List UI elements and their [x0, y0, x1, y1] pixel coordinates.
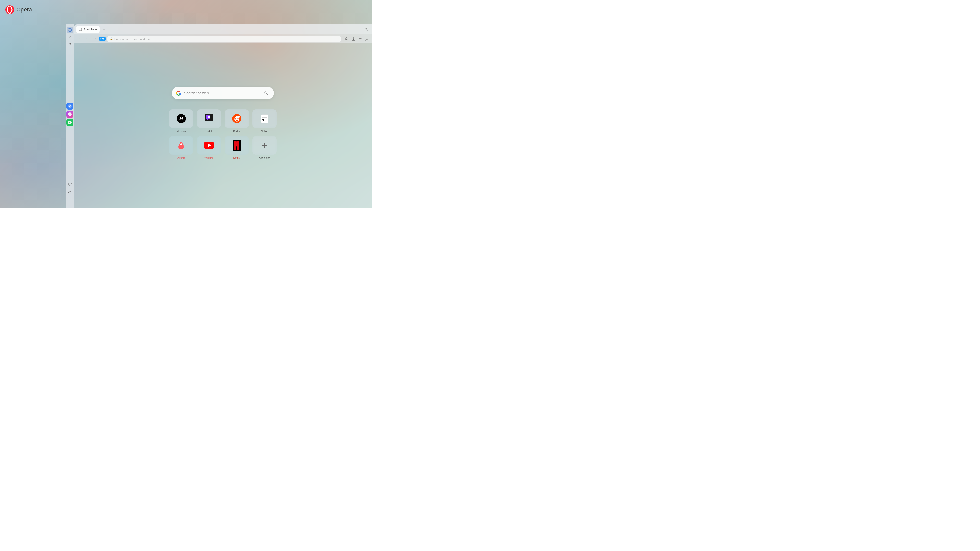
search-magnifier-icon — [264, 91, 268, 95]
svg-point-24 — [237, 119, 238, 119]
tab-favicon — [79, 27, 82, 31]
svg-text:M: M — [179, 116, 183, 121]
medium-icon-wrap: M — [169, 110, 193, 128]
vpn-badge[interactable]: VPN — [99, 37, 106, 41]
svg-rect-8 — [345, 38, 348, 40]
tab-label: Start Page — [84, 28, 97, 31]
nav-actions — [344, 36, 369, 42]
twitch-logo — [204, 113, 214, 124]
tab-bar: Start Page + — [74, 24, 372, 34]
page-content: Search the web M — [74, 43, 372, 208]
menu-icon — [358, 37, 362, 41]
svg-point-21 — [236, 116, 238, 117]
sidebar-heart-button[interactable] — [67, 181, 73, 188]
sidebar-pointer-button[interactable] — [67, 34, 73, 40]
address-text: Enter search or web address — [115, 38, 150, 41]
diamond-icon — [68, 43, 72, 46]
profile-icon — [365, 37, 369, 41]
youtube-logo — [204, 141, 215, 149]
sidebar-more-button[interactable]: ··· — [67, 197, 73, 204]
add-site-icon-wrap — [252, 136, 277, 155]
lock-icon: 🔒 — [110, 38, 113, 40]
opera-logo: Opera — [5, 5, 32, 14]
add-icon — [261, 142, 268, 149]
svg-rect-6 — [79, 28, 82, 30]
netflix-label: Netflix — [233, 157, 240, 159]
profile-button[interactable] — [364, 36, 369, 42]
address-bar[interactable]: 🔒 Enter search or web address — [107, 36, 342, 42]
pointer-icon — [68, 35, 72, 39]
refresh-button[interactable]: ↻ — [91, 36, 97, 42]
notion-label: Notion — [261, 130, 268, 133]
twitch-label: Twitch — [205, 130, 212, 133]
svg-rect-16 — [209, 116, 210, 118]
google-icon — [176, 90, 181, 96]
screenshot-button[interactable] — [344, 36, 350, 42]
search-container: Search the web — [172, 87, 274, 99]
opera-sidebar-icon — [68, 28, 72, 32]
speed-dial-add[interactable]: Add a site — [252, 136, 277, 159]
opera-brand-text: Opera — [16, 6, 32, 13]
sidebar-bottom: ··· — [67, 181, 73, 206]
svg-point-3 — [69, 28, 71, 32]
forward-button[interactable]: › — [84, 36, 90, 42]
svg-point-2 — [68, 28, 72, 32]
svg-point-9 — [346, 38, 347, 40]
sidebar-opera-button[interactable] — [67, 27, 73, 33]
notion-icon-wrap: N — [252, 110, 277, 128]
svg-point-23 — [235, 119, 235, 119]
sidebar-top — [67, 27, 73, 48]
opera-icon — [5, 5, 14, 14]
speed-dial-reddit[interactable]: Reddit — [224, 110, 249, 133]
reddit-label: Reddit — [233, 130, 240, 133]
search-submit-button[interactable] — [262, 89, 270, 97]
back-button[interactable]: ‹ — [76, 36, 82, 42]
search-bar[interactable]: Search the web — [172, 87, 274, 99]
svg-text:N: N — [262, 118, 264, 122]
notion-logo: N — [260, 114, 269, 124]
sidebar-diamond-button[interactable] — [67, 41, 73, 48]
testflight-icon — [68, 104, 72, 108]
netflix-icon-wrap — [224, 136, 249, 155]
speed-dial-medium[interactable]: M Medium — [169, 110, 193, 133]
tab-search-button[interactable] — [363, 26, 369, 33]
youtube-icon-wrap — [197, 136, 221, 155]
reddit-logo — [232, 114, 242, 124]
youtube-label: Youtube — [204, 157, 213, 159]
speed-dial-twitch[interactable]: Twitch — [197, 110, 221, 133]
start-page-tab[interactable]: Start Page — [76, 26, 100, 33]
speed-dial-grid: M Medium Twitch — [169, 110, 277, 159]
medium-label: Medium — [177, 130, 186, 133]
airbnb-icon-wrap — [169, 136, 193, 155]
sidebar: ··· — [66, 24, 74, 208]
sidebar-messenger-button[interactable] — [66, 111, 73, 118]
netflix-logo — [233, 140, 241, 151]
download-button[interactable] — [351, 36, 356, 42]
airbnb-label: Airbnb — [177, 157, 185, 159]
search-placeholder: Search the web — [184, 91, 260, 95]
svg-point-0 — [5, 5, 14, 14]
twitch-icon-wrap — [197, 110, 221, 128]
search-tab-icon — [364, 27, 368, 31]
nav-bar: ‹ › ↻ VPN 🔒 Enter search or web address — [74, 34, 372, 43]
speed-dial-airbnb[interactable]: Airbnb — [169, 136, 193, 159]
browser-window: Start Page + ‹ › ↻ VPN 🔒 Enter search or… — [74, 24, 372, 208]
reddit-icon-wrap — [224, 110, 249, 128]
messenger-icon — [68, 112, 72, 117]
speed-dial-netflix[interactable]: Netflix — [224, 136, 249, 159]
sidebar-history-button[interactable] — [67, 189, 73, 196]
sidebar-whatsapp-button[interactable] — [66, 119, 73, 126]
svg-point-10 — [366, 38, 368, 39]
airbnb-logo — [177, 140, 186, 151]
speed-dial-youtube[interactable]: Youtube — [197, 136, 221, 159]
new-tab-button[interactable]: + — [100, 26, 107, 33]
whatsapp-icon — [68, 120, 72, 125]
sidebar-testflight-button[interactable] — [66, 103, 73, 110]
menu-button[interactable] — [357, 36, 363, 42]
speed-dial-notion[interactable]: N Notion — [252, 110, 277, 133]
clock-icon — [68, 191, 72, 194]
sidebar-apps — [66, 48, 73, 181]
screenshot-icon — [345, 37, 348, 41]
add-site-label: Add a site — [259, 157, 270, 159]
medium-logo: M — [176, 113, 187, 124]
